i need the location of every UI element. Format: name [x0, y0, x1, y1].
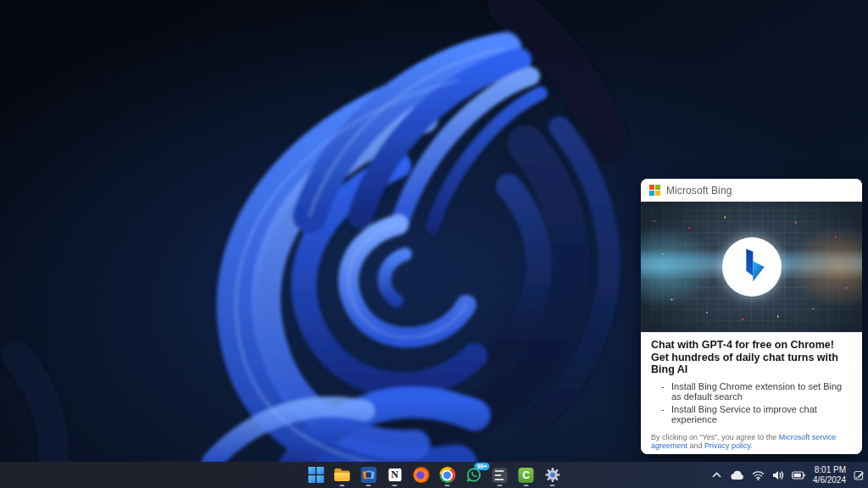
speaker-icon: [772, 470, 784, 480]
vmware-button[interactable]: [358, 463, 380, 487]
privacy-policy-link[interactable]: Privacy policy: [704, 441, 750, 450]
wifi-icon: [752, 470, 765, 480]
running-indicator: [340, 485, 345, 486]
chrome-icon: [439, 467, 455, 483]
list-item: - Install Bing Service to improve chat e…: [651, 404, 852, 425]
bullet-marker: -: [661, 404, 666, 425]
whatsapp-unread-badge: 99+: [475, 463, 490, 470]
firefox-icon: [413, 467, 429, 483]
windows-logo-icon: [308, 467, 324, 483]
cloud-icon: [730, 470, 744, 480]
disclaimer-period: .: [750, 441, 753, 450]
microsoft-logo-icon: [649, 185, 660, 196]
running-indicator: [445, 485, 450, 486]
bullet-marker: -: [661, 381, 666, 402]
running-indicator: [524, 485, 529, 486]
taskbar: N 99+ C: [0, 462, 868, 488]
running-indicator: [392, 485, 398, 486]
camtasia-button[interactable]: C: [515, 463, 537, 487]
task-list-icon: [492, 468, 508, 483]
running-indicator: [366, 485, 371, 486]
battery-tray-button[interactable]: [792, 471, 805, 480]
list-item: - Install Bing Chrome extension to set B…: [651, 381, 852, 402]
battery-icon: [792, 471, 805, 480]
bing-logo-badge: [722, 237, 782, 297]
settings-button[interactable]: [542, 463, 564, 487]
popup-title: Chat with GPT-4 for free on Chrome! Get …: [651, 339, 852, 376]
running-indicator: [550, 485, 555, 486]
disclaimer-prefix: By clicking on “Yes”, you agree to the: [651, 433, 779, 441]
chrome-button[interactable]: [437, 463, 459, 487]
file-explorer-button[interactable]: [331, 463, 353, 487]
pen-icon: [854, 469, 865, 480]
clock-date: 4/6/2024: [813, 475, 846, 485]
popup-disclaimer: By clicking on “Yes”, you agree to the M…: [651, 433, 852, 451]
clock[interactable]: 8:01 PM 4/6/2024: [813, 465, 846, 485]
whatsapp-button[interactable]: 99+: [463, 463, 485, 487]
desktop: Microsoft Bing Chat with GPT-4 for free …: [0, 0, 868, 488]
popup-header: Microsoft Bing: [641, 179, 862, 202]
bing-logo-icon: [735, 246, 769, 288]
bing-notification-popup: Microsoft Bing Chat with GPT-4 for free …: [641, 179, 862, 454]
popup-body: Chat with GPT-4 for free on Chrome! Get …: [641, 332, 862, 454]
vmware-icon: [360, 467, 376, 483]
popup-app-name: Microsoft Bing: [666, 185, 732, 197]
camtasia-icon: C: [519, 468, 534, 483]
firefox-button[interactable]: [410, 463, 432, 487]
bullet-text: Install Bing Service to improve chat exp…: [671, 404, 852, 425]
folder-icon: [334, 468, 351, 482]
notion-button[interactable]: N: [384, 463, 406, 487]
onedrive-tray-button[interactable]: [730, 470, 744, 480]
popup-bullet-list: - Install Bing Chrome extension to set B…: [651, 381, 852, 425]
notion-icon: N: [387, 468, 402, 482]
bullet-text: Install Bing Chrome extension to set Bin…: [671, 381, 852, 402]
start-button[interactable]: [305, 463, 327, 487]
taskbar-app-icons: N 99+ C: [305, 462, 564, 488]
chevron-up-icon: [711, 471, 722, 480]
clock-time: 8:01 PM: [813, 465, 846, 475]
bing-promo-image: [641, 202, 862, 332]
volume-tray-button[interactable]: [772, 470, 784, 480]
wifi-tray-button[interactable]: [752, 470, 765, 480]
gear-icon: [544, 467, 560, 483]
running-indicator: [498, 485, 503, 486]
task-list-app-button[interactable]: [489, 463, 511, 487]
system-tray: 8:01 PM 4/6/2024: [711, 462, 865, 488]
pen-input-tray-button[interactable]: [854, 469, 865, 480]
hidden-icons-chevron[interactable]: [711, 471, 722, 480]
disclaimer-and: and: [687, 441, 704, 450]
